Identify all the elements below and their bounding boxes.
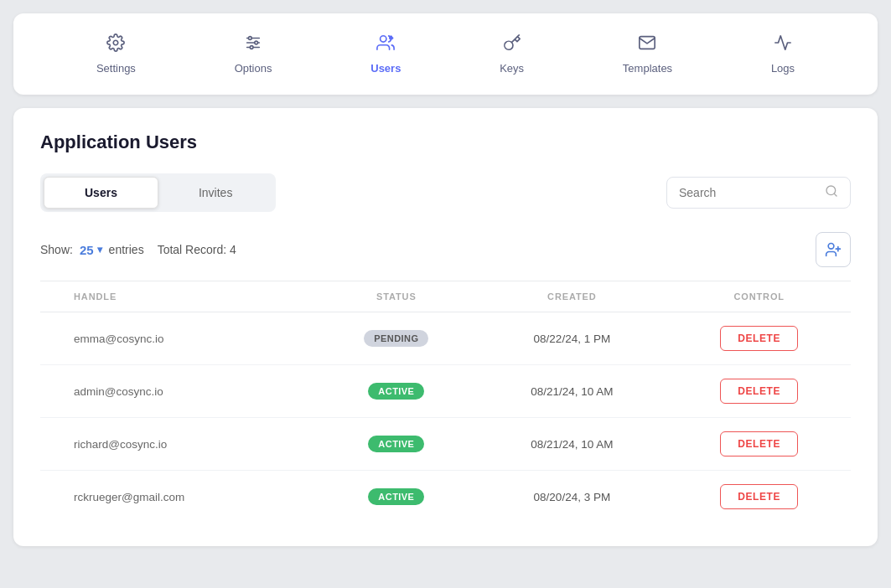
user-control: DELETE	[667, 471, 851, 524]
svg-point-4	[249, 37, 252, 40]
user-created: 08/20/24, 3 PM	[476, 471, 667, 524]
table-header-row: Handle Status Created Control	[40, 281, 851, 312]
gear-icon	[106, 34, 125, 57]
user-status: PENDING	[316, 312, 476, 365]
table-row: richard@cosync.io ACTIVE 08/21/24, 10 AM…	[40, 418, 851, 471]
search-icon	[825, 184, 838, 201]
envelope-icon	[638, 34, 656, 57]
status-badge: PENDING	[364, 330, 428, 347]
page-title: Application Users	[40, 132, 851, 153]
svg-point-12	[828, 244, 834, 250]
user-control: DELETE	[667, 365, 851, 418]
svg-point-0	[114, 40, 119, 45]
nav-item-settings[interactable]: Settings	[80, 27, 153, 81]
chevron-down-icon: ▾	[97, 244, 102, 255]
user-status: ACTIVE	[316, 365, 476, 418]
col-status: Status	[316, 281, 476, 312]
status-badge: ACTIVE	[368, 383, 424, 400]
user-handle: rckrueger@gmail.com	[40, 471, 316, 524]
col-control: Control	[667, 281, 851, 312]
toolbar: Users Invites	[40, 173, 851, 212]
nav-item-templates[interactable]: Templates	[606, 27, 689, 81]
tab-invites[interactable]: Invites	[158, 177, 272, 209]
chart-icon	[774, 34, 792, 57]
user-created: 08/21/24, 10 AM	[476, 365, 667, 418]
delete-button[interactable]: DELETE	[720, 379, 798, 404]
delete-button[interactable]: DELETE	[720, 431, 798, 456]
nav-users-label: Users	[370, 62, 401, 75]
sliders-icon	[244, 34, 262, 57]
user-status: ACTIVE	[316, 418, 476, 471]
svg-point-6	[250, 46, 253, 49]
svg-text:+: +	[390, 34, 393, 42]
delete-button[interactable]: DELETE	[720, 326, 798, 351]
tab-users[interactable]: Users	[44, 177, 158, 209]
table-row: rckrueger@gmail.com ACTIVE 08/20/24, 3 P…	[40, 471, 851, 524]
svg-point-5	[255, 41, 258, 44]
nav-item-users[interactable]: + Users	[354, 27, 417, 81]
search-input[interactable]	[679, 186, 818, 199]
user-handle: emma@cosync.io	[40, 312, 316, 365]
show-label: Show:	[40, 243, 73, 256]
users-table: Handle Status Created Control emma@cosyn…	[40, 281, 851, 523]
nav-item-keys[interactable]: Keys	[483, 27, 541, 81]
user-status: ACTIVE	[316, 471, 476, 524]
user-handle: richard@cosync.io	[40, 418, 316, 471]
users-icon: +	[376, 34, 395, 57]
main-content: Application Users Users Invites Show: 25…	[13, 108, 878, 546]
total-record: Total Record: 4	[158, 243, 236, 256]
entries-row: Show: 25 ▾ entries Total Record: 4	[40, 232, 851, 267]
entries-select[interactable]: 25 ▾	[80, 243, 102, 257]
user-created: 08/21/24, 10 AM	[476, 418, 667, 471]
status-badge: ACTIVE	[368, 488, 424, 505]
user-control: DELETE	[667, 418, 851, 471]
col-created: Created	[476, 281, 667, 312]
col-handle: Handle	[40, 281, 316, 312]
nav-templates-label: Templates	[623, 62, 672, 75]
search-box[interactable]	[666, 177, 851, 209]
table-row: admin@cosync.io ACTIVE 08/21/24, 10 AM D…	[40, 365, 851, 418]
tab-group: Users Invites	[40, 173, 276, 212]
nav-item-options[interactable]: Options	[218, 27, 289, 81]
add-user-button[interactable]	[816, 232, 851, 267]
key-icon	[503, 34, 521, 57]
top-navigation: Settings Options + User	[13, 13, 878, 95]
user-control: DELETE	[667, 312, 851, 365]
table-row: emma@cosync.io PENDING 08/22/24, 1 PM DE…	[40, 312, 851, 365]
nav-settings-label: Settings	[96, 62, 136, 75]
entries-count: 25	[80, 243, 94, 257]
delete-button[interactable]: DELETE	[720, 484, 798, 509]
nav-item-logs[interactable]: Logs	[754, 27, 811, 81]
user-created: 08/22/24, 1 PM	[476, 312, 667, 365]
svg-point-7	[381, 36, 386, 42]
entries-label: entries	[109, 243, 144, 256]
svg-line-11	[834, 193, 837, 196]
user-handle: admin@cosync.io	[40, 365, 316, 418]
nav-logs-label: Logs	[771, 62, 795, 75]
nav-keys-label: Keys	[500, 62, 524, 75]
nav-options-label: Options	[235, 62, 272, 75]
status-badge: ACTIVE	[368, 436, 424, 452]
